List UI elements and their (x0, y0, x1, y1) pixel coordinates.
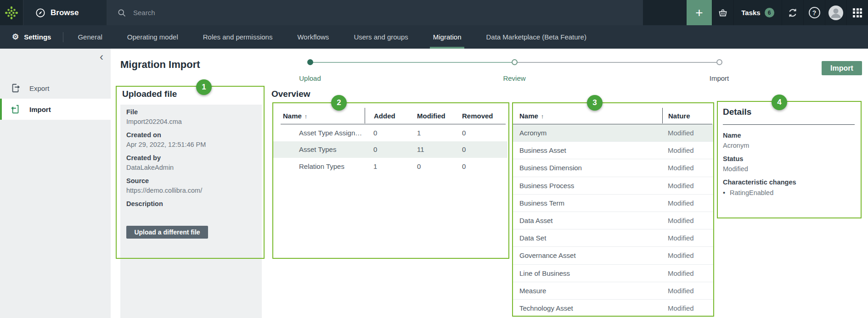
cell-nature: Modified (662, 251, 713, 259)
sync-button[interactable] (782, 0, 803, 25)
step-dot-upload (307, 59, 313, 65)
table-row[interactable]: Business Dimension Modified (513, 159, 713, 177)
upload-different-file-button[interactable]: Upload a different file (126, 226, 208, 239)
table-row[interactable]: Data Asset Modified (513, 212, 713, 229)
settings-label: Settings (24, 33, 51, 41)
sidebar-item-import[interactable]: Import (0, 99, 111, 120)
table-row[interactable]: Acronym Modified (513, 124, 713, 142)
tab-divider (63, 32, 63, 42)
browse-label: Browse (51, 8, 79, 17)
column-label: Modified (417, 112, 445, 120)
cell-added: 1 (365, 162, 417, 170)
details-characteristic-item: • RatingEnabled (723, 189, 857, 196)
column-header-modified[interactable]: Modified (417, 112, 462, 120)
table-row[interactable]: Data Set Modified (513, 229, 713, 247)
global-search-bar[interactable]: Search (107, 0, 643, 25)
topbar-spacer (643, 0, 687, 25)
sidebar-collapse-button[interactable]: ‹ (100, 52, 103, 61)
tasks-label: Tasks (741, 9, 760, 17)
search-icon (117, 8, 126, 17)
tab-label: Users and groups (354, 33, 408, 41)
annotation-badge-2: 2 (331, 95, 347, 111)
column-header-nature[interactable]: Nature (662, 108, 713, 123)
column-header-added[interactable]: Added (365, 108, 417, 123)
field-label-description: Description (126, 200, 262, 207)
cell-name: Asset Type Assign… (273, 129, 365, 137)
tab-label: Data Marketplace (Beta Feature) (486, 33, 586, 41)
details-rule (723, 124, 855, 125)
chevron-left-icon: ‹ (100, 50, 103, 63)
details-characteristics-label: Characteristic changes (723, 179, 857, 186)
app-switcher-button[interactable] (846, 0, 868, 25)
tab-general[interactable]: General (65, 25, 114, 49)
shopping-basket-button[interactable] (712, 0, 733, 25)
overview-table-header: Name↑ Added Modified Removed (273, 108, 507, 123)
tab-migration[interactable]: Migration (421, 25, 474, 49)
stepper-line-done (310, 62, 514, 63)
tasks-count-badge: 6 (765, 8, 774, 17)
table-row[interactable]: Business Term Modified (513, 195, 713, 212)
cell-added: 0 (365, 129, 417, 137)
settings-tab-bar: ⚙ Settings General Operating model Roles… (0, 25, 868, 49)
cell-name: Business Asset (513, 146, 662, 154)
column-header-name[interactable]: Name↑ (513, 112, 662, 120)
overview-table-rows: Asset Type Assign… 0 1 0 Asset Types 0 1… (273, 124, 507, 175)
export-icon (11, 83, 21, 93)
cell-removed: 0 (462, 162, 507, 170)
collibra-logo[interactable] (0, 0, 23, 25)
annotation-badge-3: 3 (587, 95, 603, 111)
table-row[interactable]: Asset Types 0 11 0 (273, 141, 507, 158)
table-row[interactable]: Measure Modified (513, 282, 713, 300)
types-table-header: Name↑ Nature (513, 108, 713, 123)
gear-icon: ⚙ (12, 32, 19, 42)
settings-menu[interactable]: ⚙ Settings (0, 25, 63, 49)
create-button[interactable]: + (687, 0, 712, 25)
sidebar-item-export[interactable]: Export (0, 78, 111, 99)
tab-label: General (78, 33, 102, 41)
column-header-name[interactable]: Name↑ (273, 112, 365, 120)
cell-nature: Modified (662, 269, 713, 277)
table-row[interactable]: Business Process Modified (513, 177, 713, 195)
cell-name: Relation Types (273, 162, 365, 170)
stepper-line-upcoming (514, 62, 719, 63)
cell-name: Data Asset (513, 217, 662, 224)
tab-roles-and-permissions[interactable]: Roles and permissions (191, 25, 285, 49)
tab-label: Migration (433, 33, 462, 41)
cell-modified: 11 (417, 145, 462, 153)
tab-data-marketplace[interactable]: Data Marketplace (Beta Feature) (473, 25, 598, 49)
user-avatar-button[interactable] (825, 0, 846, 25)
step-dot-review (512, 59, 518, 65)
table-row[interactable]: Governance Asset Modified (513, 247, 713, 264)
overview-heading: Overview (271, 89, 310, 99)
sidebar-item-label: Import (29, 106, 51, 113)
migration-sidebar: ‹ Export Import (0, 49, 111, 318)
sort-ascending-icon: ↑ (541, 113, 544, 120)
tasks-button[interactable]: Tasks 6 (733, 0, 782, 25)
types-table: Name↑ Nature Acronym Modified Business A… (512, 102, 714, 317)
column-label: Removed (462, 112, 493, 120)
table-row[interactable]: Asset Type Assign… 0 1 0 (273, 124, 507, 141)
cell-modified: 0 (417, 162, 462, 170)
cell-added: 0 (365, 145, 417, 153)
tab-workflows[interactable]: Workflows (285, 25, 341, 49)
field-value-created-by: DataLakeAdmin (126, 164, 262, 171)
import-button[interactable]: Import (822, 61, 862, 75)
details-status-label: Status (723, 155, 857, 162)
cell-name: Asset Types (273, 145, 365, 153)
column-header-removed[interactable]: Removed (462, 112, 507, 120)
table-row[interactable]: Line of Business Modified (513, 265, 713, 282)
table-row[interactable]: Business Asset Modified (513, 142, 713, 159)
column-label: Added (374, 112, 395, 120)
avatar-icon (828, 5, 844, 21)
table-row[interactable]: Technology Asset Modified (513, 300, 713, 317)
step-label-upload: Upload (282, 74, 338, 82)
browse-button[interactable]: Browse (23, 0, 107, 25)
table-row[interactable]: Relation Types 1 0 0 (273, 158, 507, 175)
cell-name: Measure (513, 287, 662, 295)
tab-users-and-groups[interactable]: Users and groups (341, 25, 420, 49)
tab-operating-model[interactable]: Operating model (115, 25, 191, 49)
cell-nature: Modified (662, 164, 713, 172)
details-panel: Name Acronym Status Modified Characteris… (723, 132, 857, 196)
help-glyph: ? (812, 9, 817, 17)
help-button[interactable]: ? (803, 0, 825, 25)
